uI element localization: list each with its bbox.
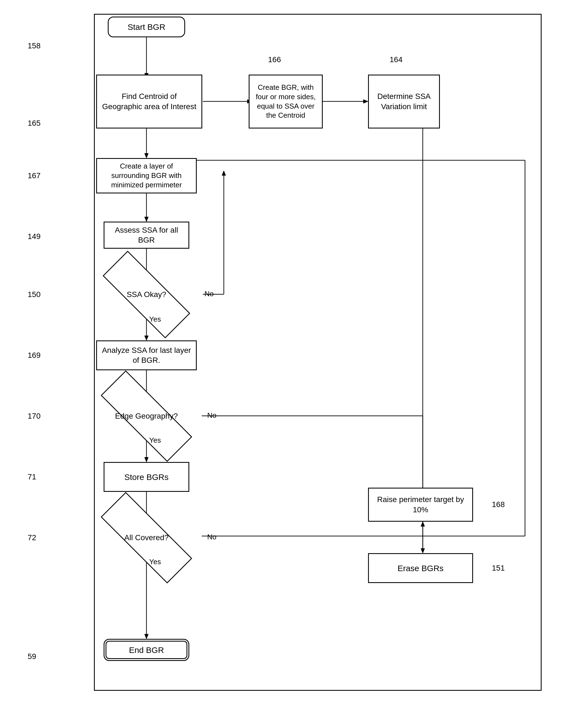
no-label-1: No [204, 289, 214, 298]
svg-marker-26 [421, 548, 425, 553]
label-71: 71 [28, 472, 36, 481]
raise-perimeter-box: Raise perimeter target by 10% [368, 488, 473, 522]
erase-bgrs-box: Erase BGRs [368, 553, 473, 583]
no-label-3: No [207, 533, 216, 541]
svg-marker-19 [222, 171, 226, 176]
label-169: 169 [28, 351, 41, 360]
label-167: 167 [28, 171, 41, 180]
find-centroid-box: Find Centroid of Geographic area of Inte… [96, 74, 202, 129]
label-59: 59 [28, 652, 36, 661]
start-bgr-box: Start BGR [108, 17, 185, 37]
label-164: 164 [390, 55, 403, 64]
diagram-container: Start BGR 158 Find Centroid of Geographi… [0, 0, 588, 701]
assess-ssa-box: Assess SSA for all BGR [104, 222, 189, 249]
analyze-ssa-box: Analyze SSA for last layer of BGR. [96, 340, 197, 370]
label-158: 158 [28, 41, 41, 50]
label-166: 166 [268, 55, 281, 64]
svg-marker-12 [145, 217, 148, 222]
svg-marker-35 [421, 522, 425, 526]
all-covered-diamond: All Covered? [100, 520, 193, 555]
svg-marker-23 [145, 457, 148, 462]
label-151: 151 [492, 564, 505, 572]
label-72: 72 [28, 533, 36, 542]
label-149: 149 [28, 232, 41, 241]
svg-marker-5 [363, 99, 368, 103]
ssa-okay-diamond: SSA Okay? [102, 277, 191, 312]
label-165: 165 [28, 119, 41, 128]
store-bgrs-box: Store BGRs [104, 462, 189, 492]
determine-ssa-box: Determine SSA Variation limit [368, 74, 440, 129]
no-label-2: No [207, 411, 216, 420]
label-170: 170 [28, 412, 41, 421]
create-bgr-box: Create BGR, with four or more sides, equ… [249, 74, 323, 129]
label-168: 168 [492, 500, 505, 509]
ssa-okay-label: SSA Okay? [127, 289, 166, 299]
end-bgr-box: End BGR [104, 639, 189, 661]
edge-geo-diamond: Edge Geography? [100, 399, 193, 434]
yes-label-1: Yes [149, 315, 161, 323]
svg-marker-30 [145, 634, 148, 639]
create-layer-box: Create a layer of surrounding BGR with m… [96, 158, 197, 193]
edge-geo-label: Edge Geography? [115, 411, 178, 421]
all-covered-label: All Covered? [124, 533, 169, 543]
yes-label-2: Yes [149, 436, 161, 445]
label-150: 150 [28, 290, 41, 299]
svg-marker-8 [145, 153, 148, 158]
svg-marker-16 [145, 336, 148, 340]
yes-label-3: Yes [149, 557, 161, 566]
